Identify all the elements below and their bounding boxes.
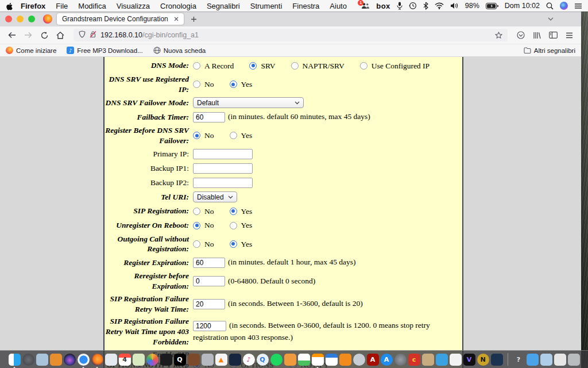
dock-app-acrobat[interactable]: A [367,354,379,366]
dock-app-itunes[interactable]: ♪ [243,354,255,366]
radio-dns-mode-naptr-srv[interactable]: NAPTR/SRV [291,61,345,71]
radio-unchecked-icon[interactable] [230,132,237,139]
radio-unchecked-icon[interactable] [193,240,200,248]
tracking-shield-icon[interactable] [79,30,86,40]
dock-app-scale[interactable] [436,354,448,366]
pocket-icon[interactable] [513,28,528,42]
dock-app-books[interactable] [339,354,351,366]
dock-app-trash[interactable] [568,354,580,366]
radio-sip-registration-no[interactable]: No [193,206,214,217]
dock-app-media-app[interactable] [229,354,241,366]
radio-unchecked-icon[interactable] [193,80,200,88]
siri-icon[interactable] [560,2,568,10]
home-button[interactable] [53,28,68,42]
dock-app-pages[interactable] [312,354,324,366]
bluetooth-icon[interactable] [423,2,428,10]
hamburger-menu-icon[interactable] [562,28,577,42]
tab-list-chevron-icon[interactable] [547,17,554,21]
zoom-window-button[interactable] [28,16,35,22]
notification-center-icon[interactable] [574,3,582,9]
menu-segnalibri[interactable]: Segnalibri [207,2,240,10]
radio-dns-srv-use-registered-ip-no[interactable]: No [193,79,214,90]
dock-app-grapher[interactable] [353,354,365,366]
dock-app-numbers[interactable] [298,354,310,366]
radio-checked-icon[interactable] [230,80,237,88]
volume-icon[interactable] [450,2,459,9]
library-icon[interactable] [529,28,544,42]
apple-menu-icon[interactable] [6,2,13,10]
menu-cronologia[interactable]: Cronologia [160,2,196,10]
dock-app-preview[interactable] [105,354,117,366]
tab-close-icon[interactable] [174,17,179,21]
radio-dns-srv-use-registered-ip-yes[interactable]: Yes [230,79,253,90]
bookmark-nuova-scheda[interactable]: Nuova scheda [153,47,206,54]
dock-app-vlc[interactable]: ▲ [215,354,227,366]
dock-app-shopping-bag[interactable] [422,354,434,366]
input-register-expiration[interactable] [193,258,225,268]
dock-app-downloads-folder[interactable] [527,354,539,366]
input-sip-registration-failure-retry-wait-time[interactable] [193,321,226,331]
radio-unchecked-icon[interactable] [230,222,237,229]
menu-clock[interactable]: Dom 10:02 [505,2,540,10]
radio-unchecked-icon[interactable] [291,62,299,70]
dock-app-mail[interactable] [36,354,48,366]
radio-register-before-dns-srv-failover-yes[interactable]: Yes [230,131,253,141]
dock-app-firefox[interactable] [91,354,103,366]
dock-app-notes[interactable] [50,354,62,366]
microphone-icon[interactable] [397,2,403,10]
sidebar-toggle-icon[interactable] [546,28,560,42]
dock-app-siri[interactable] [64,354,76,366]
radio-dns-mode-use-configured-ip[interactable]: Use Configured IP [360,61,430,71]
dock-app-n-app[interactable]: N [477,354,489,366]
spotlight-search-icon[interactable] [546,2,554,10]
select-dns-srv-failover-mode[interactable]: Default [193,97,304,108]
radio-unchecked-icon[interactable] [193,62,200,70]
dock-app-midi-player[interactable] [160,354,172,366]
firefox-pinned-tab-icon[interactable] [43,14,52,24]
menu-strumenti[interactable]: Strumenti [250,2,283,10]
dock-app-v-app[interactable]: V [463,354,475,366]
dock-app-finder[interactable] [9,354,21,366]
insecure-lock-icon[interactable] [90,30,96,40]
radio-unregister-on-reboot-yes[interactable]: Yes [230,220,253,231]
dock-app-panel-app[interactable] [491,354,503,366]
radio-checked-icon[interactable] [193,132,200,139]
dock-app-calendar[interactable]: 4 [119,354,131,366]
close-window-button[interactable] [5,16,12,22]
select-tel-uri[interactable]: Disabled [193,191,237,202]
dock-app-qmidi[interactable]: Q [174,354,186,366]
minimize-window-button[interactable] [17,16,24,22]
back-button[interactable] [5,28,20,42]
menu-firefox[interactable]: Firefox [21,2,45,10]
dock-app-launchpad[interactable] [22,354,34,366]
radio-sip-registration-yes[interactable]: Yes [230,206,253,217]
new-tab-button[interactable] [191,16,197,22]
dock-app-app-store[interactable]: A [381,354,393,366]
input-backup-ip2[interactable] [193,178,253,188]
radio-checked-icon[interactable] [230,240,237,248]
dock-app-maps[interactable] [133,354,145,366]
radio-outgoing-call-without-registration-no[interactable]: No [193,239,214,250]
dock-app-dots-game[interactable] [450,354,462,366]
radio-register-before-dns-srv-failover-no[interactable]: No [193,131,214,141]
menu-aiuto[interactable]: Aiuto [330,2,347,10]
input-backup-ip1[interactable] [193,163,253,174]
menu-visualizza[interactable]: Visualizza [117,2,150,10]
dock-app-ccleaner[interactable]: c [408,354,420,366]
user-app-status-icon[interactable]: 1 [361,2,370,9]
reload-button[interactable] [37,28,52,42]
url-bar[interactable]: 192.168.0.10/cgi-bin/config_a1 [74,29,508,41]
dock-app-documents-folder[interactable] [540,354,552,366]
radio-dns-mode-srv[interactable]: SRV [249,61,275,71]
radio-unchecked-icon[interactable] [193,208,200,215]
radio-checked-icon[interactable] [249,62,257,70]
bookmark-come-iniziare[interactable]: Come iniziare [6,47,56,54]
menu-file[interactable]: File [56,2,68,10]
menu-finestra[interactable]: Finestra [292,2,319,10]
radio-dns-mode-a-record[interactable]: A Record [193,61,234,71]
radio-checked-icon[interactable] [230,208,237,215]
input-failback-timer[interactable] [193,112,225,122]
dock-app-safari[interactable] [78,354,90,366]
dock-app-missing-app[interactable]: ? [513,354,525,366]
wifi-icon[interactable] [435,2,444,9]
